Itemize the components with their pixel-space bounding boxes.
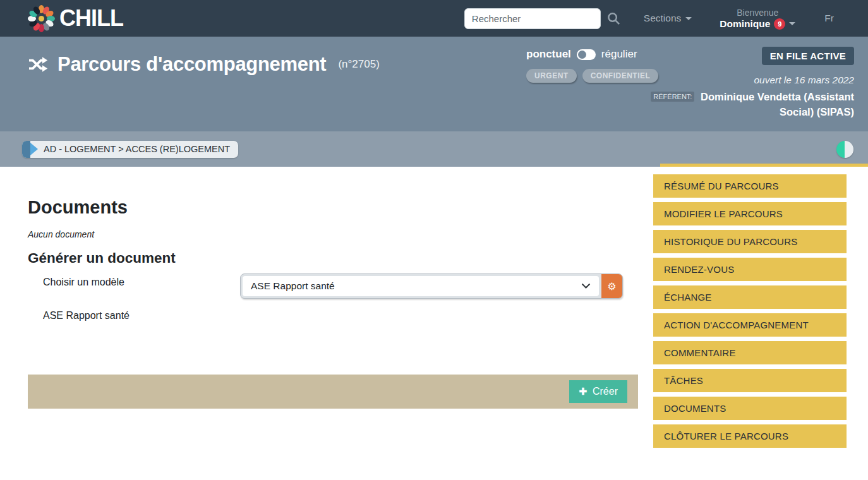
referrer-block: RÉFÉRENT: Dominique Vendetta (Assistant …: [646, 90, 854, 120]
scope-bar: AD - LOGEMENT > ACCES (RE)LOGEMENT: [0, 131, 868, 167]
social-issue-tag[interactable]: AD - LOGEMENT > ACCES (RE)LOGEMENT: [22, 141, 238, 158]
notification-badge: 9: [774, 18, 785, 30]
chevron-down-icon: [789, 22, 795, 25]
half-circle-toggle-icon[interactable]: [836, 141, 853, 158]
sidebar-item-cloturer-le-parcours[interactable]: CLÔTURER LE PARCOURS: [653, 424, 847, 448]
model-select[interactable]: ASE Rapport santé: [243, 276, 599, 296]
sidebar-item-echange[interactable]: ÉCHANGE: [653, 285, 847, 309]
referrer-name: Dominique Vendetta (Assistant Social) (S…: [701, 91, 854, 117]
sidebar-item-taches[interactable]: TÂCHES: [653, 369, 847, 392]
sidebar-item-historique-du-parcours[interactable]: HISTORIQUE DU PARCOURS: [653, 230, 847, 253]
course-number: (n°2705): [338, 58, 379, 71]
user-name: Dominique: [720, 18, 770, 30]
model-settings-button[interactable]: ⚙: [601, 274, 622, 298]
generate-document-title: Générer un document: [28, 250, 176, 267]
brand-name: CHILL: [59, 5, 123, 32]
chevron-down-icon: [581, 283, 591, 289]
sidebar-item-commentaire[interactable]: COMMENTAIRE: [653, 341, 847, 364]
top-navbar: CHILL Sections Bienvenue Dominique 9 Fr: [0, 0, 868, 37]
urgent-badge: URGENT: [526, 69, 577, 83]
language-label: Fr: [824, 13, 834, 24]
search-icon: [606, 11, 621, 26]
main-content: Documents Aucun document Générer un docu…: [0, 167, 868, 480]
model-select-group: ASE Rapport santé ⚙: [240, 273, 623, 299]
search-input[interactable]: [464, 8, 601, 29]
course-header: Parcours d'accompagnement (n°2705) ponct…: [0, 37, 868, 131]
sections-menu[interactable]: Sections: [644, 13, 692, 24]
search-button[interactable]: [606, 11, 621, 26]
model-list-item: ASE Rapport santé: [43, 310, 130, 321]
course-sidebar-menu: RÉSUMÉ DU PARCOURS MODIFIER LE PARCOURS …: [653, 174, 847, 452]
tag-bar-icon: [22, 141, 30, 158]
language-switcher[interactable]: Fr: [824, 13, 834, 24]
tag-arrow-icon: [30, 143, 38, 155]
sections-label: Sections: [644, 13, 681, 24]
shuffle-icon: [28, 56, 48, 73]
sidebar-item-action-accompagnement[interactable]: ACTION D'ACCOMPAGNEMENT: [653, 313, 847, 337]
sidebar-item-documents[interactable]: DOCUMENTS: [653, 397, 847, 420]
toggle-label-regulier: régulier: [601, 48, 637, 61]
toggle-label-ponctuel: ponctuel: [526, 48, 571, 61]
user-menu[interactable]: Bienvenue Dominique 9: [720, 8, 795, 30]
gear-icon: ⚙: [607, 280, 616, 292]
sidebar-item-modifier-le-parcours[interactable]: MODIFIER LE PARCOURS: [653, 202, 847, 225]
opened-date: ouvert le 16 mars 2022: [754, 75, 854, 86]
sidebar-item-resume-du-parcours[interactable]: RÉSUMÉ DU PARCOURS: [653, 174, 847, 198]
chevron-down-icon: [685, 17, 692, 20]
sidebar-item-rendez-vous[interactable]: RENDEZ-VOUS: [653, 258, 847, 281]
ponctuel-regulier-toggle[interactable]: [577, 49, 596, 60]
empty-documents-text: Aucun document: [28, 229, 94, 239]
chill-flower-icon: [27, 3, 56, 33]
status-badge: EN FILE ACTIVE: [762, 47, 854, 65]
social-issue-label: AD - LOGEMENT > ACCES (RE)LOGEMENT: [44, 144, 230, 154]
welcome-text: Bienvenue: [720, 8, 795, 18]
sidebar-accent-strip: [660, 164, 868, 167]
documents-title: Documents: [28, 197, 128, 218]
create-button-label: Créer: [593, 386, 618, 397]
model-selected-value: ASE Rapport santé: [251, 280, 335, 292]
create-button[interactable]: ✚ Créer: [569, 380, 627, 403]
model-select-label: Choisir un modèle: [43, 277, 124, 288]
referrer-label: RÉFÉRENT:: [651, 92, 694, 102]
chill-logo[interactable]: CHILL: [27, 3, 123, 33]
page-title: Parcours d'accompagnement: [57, 53, 326, 76]
plus-icon: ✚: [579, 386, 587, 397]
create-action-bar: ✚ Créer: [28, 375, 638, 409]
